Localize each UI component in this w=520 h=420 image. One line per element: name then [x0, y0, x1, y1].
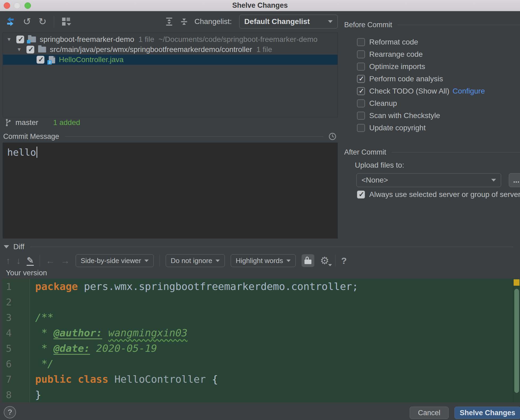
option-checkbox[interactable]: [357, 75, 365, 83]
close-button[interactable]: [4, 2, 10, 9]
configure-link[interactable]: Configure: [453, 87, 485, 95]
cancel-button[interactable]: Cancel: [410, 407, 449, 419]
diff-editor: 1 package pers.wmx.springbootfreemarkerd…: [2, 279, 520, 402]
previous-difference-icon[interactable]: ↑: [6, 256, 10, 266]
browse-servers-button[interactable]: ...: [509, 173, 520, 187]
option-label: Update copyright: [369, 124, 426, 132]
always-use-server-row: Always use selected server or group of s…: [357, 190, 520, 199]
chevron-down-icon: [491, 179, 496, 181]
code-text: }: [30, 389, 41, 401]
option-label: Scan with Checkstyle: [369, 111, 440, 120]
minimize-button[interactable]: [14, 2, 20, 9]
refresh-icon[interactable]: ↻: [38, 17, 46, 26]
option-checkbox[interactable]: [357, 63, 365, 71]
tree-row-project[interactable]: ▼ springboot-freemarker-demo 1 file ~/Do…: [3, 34, 338, 45]
before-commit-title: Before Commit: [344, 21, 392, 29]
before-commit-option: Perform code analysis: [357, 73, 485, 85]
always-use-server-label: Always use selected server or group of s…: [369, 190, 520, 199]
code-text: /**: [30, 312, 54, 323]
before-commit-option: Scan with Checkstyle: [357, 110, 485, 122]
upload-server-dropdown[interactable]: <None>: [356, 173, 501, 187]
git-branch-icon: [5, 118, 12, 127]
whitespace-mode-dropdown[interactable]: Do not ignore: [166, 254, 225, 267]
before-commit-header: Before Commit: [344, 21, 520, 29]
whitespace-mode-value: Do not ignore: [171, 257, 212, 265]
chevron-down-icon: [328, 20, 333, 23]
changelist-value: Default Changelist: [244, 17, 310, 26]
project-folder-icon: [28, 37, 36, 42]
line-number: 2: [2, 294, 30, 310]
before-commit-options: Reformat code Rearrange code Optimize im…: [357, 36, 485, 134]
option-checkbox[interactable]: [357, 112, 365, 120]
previous-change-icon[interactable]: ←: [46, 256, 55, 266]
code-line: 1 package pers.wmx.springbootfreemarkerd…: [2, 279, 520, 294]
code-text: public class HelloController {: [30, 373, 218, 385]
code-line: 8 }: [2, 387, 520, 402]
upload-files-label: Upload files to:: [355, 161, 404, 169]
before-commit-option: Update copyright: [357, 122, 485, 134]
disclosure-triangle-icon[interactable]: ▼: [16, 47, 23, 53]
shelve-changes-button[interactable]: Shelve Changes: [454, 407, 520, 419]
next-difference-icon[interactable]: ↓: [16, 256, 21, 266]
commit-message-header: Commit Message: [3, 132, 337, 141]
tree-row-directory[interactable]: ▼ src/main/java/pers/wmx/springbootfreem…: [3, 45, 338, 55]
line-number: 7: [2, 371, 30, 387]
commit-message-label: Commit Message: [3, 132, 59, 141]
toolbar-separator: [54, 16, 54, 27]
line-number: 5: [2, 341, 30, 356]
collapse-diff-icon[interactable]: [4, 245, 9, 248]
chevron-down-icon: [216, 260, 220, 262]
changelist-label: Changelist:: [194, 17, 232, 26]
diff-title: Diff: [13, 243, 25, 251]
line-number: 8: [2, 387, 30, 402]
help-button[interactable]: ?: [4, 406, 16, 418]
toolbar-separator: [160, 255, 160, 266]
collapse-all-icon[interactable]: [180, 17, 189, 26]
revert-icon[interactable]: ↺: [23, 17, 31, 26]
project-file-count: 1 file: [139, 35, 154, 44]
project-checkbox[interactable]: [16, 35, 24, 43]
before-commit-option: Rearrange code: [357, 48, 485, 60]
edit-source-icon[interactable]: ✎: [27, 256, 34, 266]
option-checkbox[interactable]: [357, 124, 365, 132]
highlight-mode-dropdown[interactable]: Highlight words: [231, 254, 296, 267]
option-checkbox[interactable]: [357, 50, 365, 58]
divider: [30, 247, 513, 247]
text-caret: [36, 147, 37, 158]
diff-help-icon[interactable]: ?: [341, 256, 347, 266]
commit-message-text: hello: [7, 147, 36, 158]
changelist-dropdown[interactable]: Default Changelist: [239, 15, 338, 29]
zoom-button[interactable]: [25, 2, 31, 9]
editor-scrollbar[interactable]: [514, 289, 519, 393]
disable-editing-toggle[interactable]: [302, 254, 314, 267]
option-label: Rearrange code: [369, 50, 423, 59]
code-line: 5 * @date: 2020-05-19: [2, 341, 520, 356]
before-commit-option: Optimize imports: [357, 60, 485, 73]
code-text: * @author: wangmingxin03: [30, 327, 188, 339]
commit-message-input[interactable]: hello: [3, 143, 338, 239]
viewer-mode-dropdown[interactable]: Side-by-side viewer: [76, 254, 154, 267]
file-checkbox[interactable]: [36, 56, 44, 64]
option-checkbox[interactable]: [357, 87, 365, 95]
toolbar-separator: [40, 255, 40, 266]
option-checkbox[interactable]: [357, 38, 365, 46]
project-name: springboot-freemarker-demo: [40, 35, 134, 44]
warning-stripe-mark[interactable]: [514, 279, 519, 286]
diff-section-header[interactable]: Diff: [4, 243, 518, 251]
tree-row-file-selected[interactable]: J HelloController.java: [3, 55, 338, 65]
diff-settings-icon[interactable]: ⚙: [320, 256, 329, 266]
next-change-icon[interactable]: →: [61, 256, 70, 266]
message-history-icon[interactable]: [328, 132, 337, 141]
branch-name: master: [15, 118, 38, 127]
group-by-icon[interactable]: [62, 17, 71, 26]
toolbar-separator: [335, 255, 335, 266]
directory-checkbox[interactable]: [26, 46, 34, 54]
before-commit-option: Reformat code: [357, 36, 485, 48]
shelve-changes-dialog: Shelve Changes ↺ ↻: [0, 0, 520, 420]
always-use-server-checkbox[interactable]: [357, 191, 365, 199]
folder-icon: [38, 47, 46, 53]
disclosure-triangle-icon[interactable]: ▼: [6, 37, 13, 42]
show-diff-icon[interactable]: [5, 17, 15, 27]
option-checkbox[interactable]: [357, 99, 365, 107]
expand-all-icon[interactable]: [165, 17, 174, 26]
